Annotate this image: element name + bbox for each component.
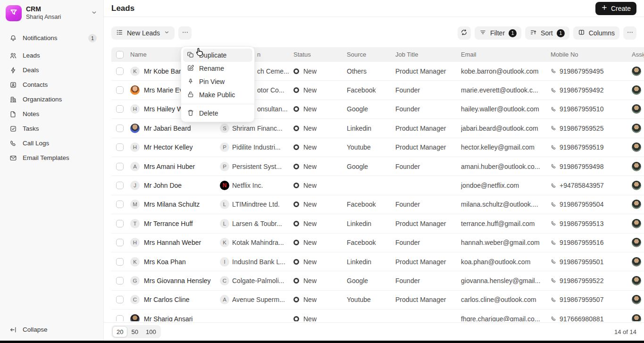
sidebar-item-organizations[interactable]: Organizations [0,92,103,107]
status-cell: New [293,86,347,94]
table-row[interactable]: Mr Shariq AnsariNewfhqre.charique@gmail.… [111,310,644,321]
row-checkbox[interactable] [116,315,124,321]
view-selector[interactable]: New Leads [111,26,175,40]
sidebar-item-contacts[interactable]: Contacts [0,77,103,92]
table-row[interactable]: MMrs Milana SchultzLLTIMindtree Ltd.NewF… [111,195,644,214]
funnel-icon [9,8,18,18]
assignee-avatar[interactable] [632,238,641,247]
sidebar-item-email-templates[interactable]: Email Templates [0,151,103,165]
tasks-icon [9,125,17,133]
lead-name-cell: MMrs Milana Schultz [130,200,220,209]
row-checkbox[interactable] [116,163,124,170]
sort-button[interactable]: Sort 1 [525,26,569,40]
menu-separator [181,104,254,104]
assignee-avatar[interactable] [632,142,641,152]
assignee-avatar[interactable] [632,314,641,321]
assignee-avatar[interactable] [632,67,641,76]
table-row[interactable]: TMr Terrance HuffLLarsen & Toubr...NewLi… [111,214,644,233]
create-button[interactable]: Create [595,2,636,15]
assignee-avatar[interactable] [632,181,641,190]
column-header-assigned[interactable]: Assig [632,51,644,58]
assignee-avatar[interactable] [632,200,641,209]
status-label: New [303,105,317,113]
assignee-avatar[interactable] [632,124,641,133]
sidebar-item-leads[interactable]: Leads [0,48,103,63]
sort-icon [530,29,537,37]
row-checkbox[interactable] [116,201,124,208]
column-header-email[interactable]: Email [461,51,477,58]
row-checkbox[interactable] [116,239,124,246]
sidebar-item-deals[interactable]: Deals [0,63,103,77]
status-cell: New [293,315,347,321]
organizations-icon [9,96,17,103]
table-row[interactable]: GMrs Giovanna HensleyCColgate-Palmoli...… [111,271,644,290]
filter-button[interactable]: Filter 1 [475,26,521,40]
organization-logo: C [220,276,229,285]
row-checkbox[interactable] [116,143,124,151]
page-size-50[interactable]: 50 [127,326,142,337]
column-header-mobile[interactable]: Mobile No [551,51,578,58]
table-row[interactable]: CMr Carlos ClineAAvenue Superm...NewYout… [111,291,644,310]
menu-item-make-public[interactable]: Make Public [183,88,252,101]
row-checkbox[interactable] [116,258,124,266]
table-row[interactable]: AMrs Amani HuberPPersistent Syst...NewGo… [111,157,644,176]
table-row[interactable]: JMr John DoeNNetflix Inc.Newjondoe@netfl… [111,176,644,195]
sidebar-item-notes[interactable]: Notes [0,107,103,121]
mobile-cell: 919867959492 [551,86,632,94]
select-all-checkbox[interactable] [116,51,124,59]
column-header-name[interactable]: Name [130,51,147,58]
job-title-cell: Founder [395,105,461,113]
column-header-source[interactable]: Source [347,51,366,58]
lead-initial-avatar: M [130,200,140,209]
assignee-avatar[interactable] [632,162,641,171]
ellipsis-icon [627,29,634,37]
assignee-avatar[interactable] [632,257,641,267]
assignee-avatar[interactable] [632,295,641,304]
organization-cell: AAvenue Superm... [220,295,293,304]
collapse-sidebar-button[interactable]: Collapse [0,322,103,337]
lead-photo-avatar [130,85,140,95]
page-size-20[interactable]: 20 [112,326,127,337]
phone-icon [551,163,557,169]
column-header-job-title[interactable]: Job Title [395,51,418,58]
app-name: CRM [26,5,86,14]
assignee-avatar[interactable] [632,104,641,114]
view-more-button[interactable] [178,26,192,40]
menu-item-label: Delete [199,109,218,117]
table-row[interactable]: HMr Hector KelleyPPidilite Industri...Ne… [111,138,644,157]
row-checkbox[interactable] [116,220,124,227]
columns-button[interactable]: Columns [573,26,619,40]
column-header-status[interactable]: Status [293,51,311,58]
assignee-avatar[interactable] [632,85,641,95]
organization-cell: LLarsen & Toubr... [220,219,293,228]
assignee-avatar[interactable] [632,276,641,285]
assigned-cell [632,67,644,76]
row-checkbox[interactable] [116,67,124,75]
table-row[interactable]: KMrs Koa PhanIIndusInd Bank L...NewLinke… [111,252,644,271]
menu-item-delete[interactable]: Delete [183,107,252,120]
row-checkbox[interactable] [116,277,124,284]
assignee-avatar[interactable] [632,219,641,228]
row-checkbox[interactable] [116,125,124,132]
ellipsis-icon [182,29,189,37]
notifications-count-badge: 1 [88,34,97,42]
page-size-100[interactable]: 100 [142,326,160,337]
row-checkbox[interactable] [116,86,124,94]
refresh-button[interactable] [458,26,471,40]
job-title-cell: Product Manager [395,220,461,227]
sidebar-item-call-logs[interactable]: Call Logs [0,136,103,151]
row-checkbox[interactable] [116,105,124,113]
menu-item-pin-view[interactable]: Pin View [183,75,252,88]
view-context-menu: DuplicateRenamePin ViewMake PublicDelete [181,46,255,122]
row-checkbox[interactable] [116,296,124,303]
organization-name: Shriram Financ... [232,125,283,132]
menu-item-rename[interactable]: Rename [183,62,252,75]
menu-item-duplicate[interactable]: Duplicate [183,49,252,62]
workspace-switcher[interactable]: CRM Shariq Ansari [0,0,103,26]
sidebar-item-tasks[interactable]: Tasks [0,121,103,136]
toolbar-more-button[interactable] [623,26,636,40]
sidebar-item-notifications[interactable]: Notifications 1 [0,31,103,45]
row-checkbox[interactable] [116,182,124,189]
column-header-organization[interactable]: n [257,51,260,58]
table-row[interactable]: HMrs Hannah WeberKKotak Mahindra...NewFa… [111,234,644,252]
